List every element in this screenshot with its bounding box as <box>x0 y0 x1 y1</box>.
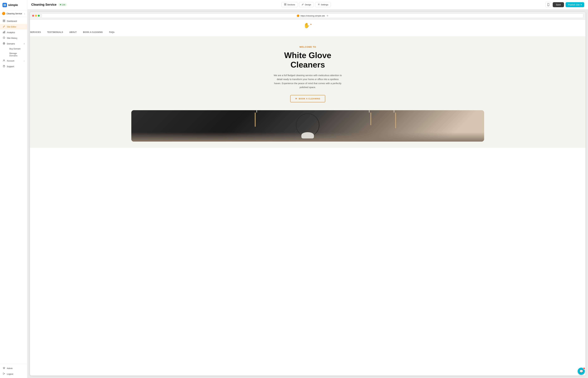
sidebar-item-dashboard[interactable]: Dashboard <box>0 18 27 24</box>
publish-button[interactable]: Publish Site ▾ <box>566 2 584 7</box>
save-button[interactable]: Save <box>553 2 564 7</box>
design-tab-label: Design <box>305 3 311 6</box>
site-nav-book[interactable]: BOOK A CLEANING <box>83 31 103 33</box>
site-favicon-icon: 🟠 <box>2 12 5 15</box>
live-dot-icon <box>60 4 61 5</box>
logout-icon <box>2 373 5 375</box>
design-icon <box>302 3 304 6</box>
svg-rect-4 <box>3 20 4 21</box>
browser-window: 🟠 https://cleaning.siimple.site ⧉ ✋✦ SER <box>30 12 586 376</box>
chat-bubble[interactable]: 💬 <box>578 368 585 375</box>
url-text: https://cleaning.siimple.site <box>301 14 325 17</box>
svg-rect-10 <box>5 31 5 33</box>
svg-point-19 <box>318 4 319 5</box>
domains-icon <box>2 42 5 45</box>
topbar: Cleaning Service Live Sections <box>27 0 588 9</box>
design-tab[interactable]: Design <box>299 2 314 7</box>
site-editor-icon <box>2 25 5 28</box>
admin-label: Admin <box>7 367 13 369</box>
hero-title: White Glove Cleaners <box>36 51 579 69</box>
site-nav-faqs[interactable]: FAQs <box>109 31 115 33</box>
publish-chevron-icon: ▾ <box>581 3 582 6</box>
domains-chevron-icon: ∧ <box>24 43 25 45</box>
svg-rect-16 <box>285 3 286 4</box>
sidebar-item-account[interactable]: Account ⌄ <box>0 58 27 64</box>
page-title: Cleaning Service <box>31 3 56 6</box>
browser-bar: 🟠 https://cleaning.siimple.site ⧉ <box>30 12 586 20</box>
browser-url-bar[interactable]: 🟠 https://cleaning.siimple.site ⧉ <box>41 14 583 18</box>
site-selector[interactable]: 🟠 Cleaning Service ⌄ <box>0 10 27 17</box>
sidebar-logo: siimple <box>0 0 27 10</box>
site-editor-label: Site Editor <box>7 26 16 28</box>
svg-rect-17 <box>284 5 285 5</box>
sidebar-item-analytics[interactable]: Analytics <box>0 29 27 35</box>
chat-icon: 💬 <box>579 369 583 373</box>
support-label: Support <box>7 65 14 68</box>
svg-rect-2 <box>4 5 5 6</box>
svg-rect-0 <box>4 4 5 5</box>
sidebar-item-domains[interactable]: Domains ∧ <box>0 41 27 46</box>
settings-tab-label: Settings <box>321 3 328 6</box>
support-icon <box>2 65 5 68</box>
app-name: siimple <box>8 3 18 7</box>
svg-rect-6 <box>3 21 4 22</box>
dashboard-label: Dashboard <box>7 20 17 22</box>
chat-notification-badge <box>583 367 585 369</box>
site-selector-name: Cleaning Service <box>7 13 22 15</box>
sidebar-item-manage-domains[interactable]: Manage Domains <box>7 51 27 58</box>
svg-point-21 <box>548 5 549 6</box>
svg-rect-3 <box>5 5 6 6</box>
sidebar-item-site-history[interactable]: Site History <box>0 35 27 41</box>
site-nav-about[interactable]: ABOUT <box>69 31 77 33</box>
hero-image-section <box>30 110 586 148</box>
external-link-icon[interactable]: ⧉ <box>327 14 328 17</box>
domains-label: Domains <box>7 42 15 45</box>
topbar-left: Cleaning Service Live <box>31 3 67 6</box>
sidebar-nav: Dashboard Site Editor Analytics <box>0 17 27 364</box>
publish-button-label: Publish Site <box>568 3 580 6</box>
account-icon <box>2 59 5 62</box>
settings-tab[interactable]: Settings <box>315 2 331 7</box>
mobile-preview-button[interactable] <box>546 2 551 8</box>
preview-area: 🟠 https://cleaning.siimple.site ⧉ ✋✦ SER <box>27 9 588 378</box>
hero-cta-label: BOOK A CLEANING <box>299 97 320 100</box>
sidebar-item-admin[interactable]: Admin <box>0 365 27 371</box>
sections-tab[interactable]: Sections <box>281 2 298 7</box>
hero-cta-button[interactable]: ✉ BOOK A CLEANING <box>290 95 325 102</box>
site-preview-content: ✋✦ SERVICES TESTIMONIALS ABOUT BOOK A CL… <box>30 20 586 148</box>
svg-rect-7 <box>4 21 5 22</box>
account-label: Account <box>7 60 14 62</box>
svg-rect-9 <box>4 32 4 33</box>
svg-rect-5 <box>4 20 5 21</box>
sidebar-bottom: Admin Logout <box>0 364 27 378</box>
svg-rect-18 <box>285 5 286 5</box>
minimize-window-button[interactable] <box>35 15 37 17</box>
hero-subtitle: We are a full fledged cleaning service w… <box>273 73 342 89</box>
logout-label: Logout <box>7 373 13 375</box>
svg-rect-15 <box>284 3 285 4</box>
site-logo: ✋✦ <box>30 22 586 28</box>
live-badge: Live <box>58 3 67 6</box>
site-history-label: Site History <box>7 37 17 39</box>
site-nav-services[interactable]: SERVICES <box>30 31 41 33</box>
live-badge-label: Live <box>62 4 65 6</box>
maximize-window-button[interactable] <box>38 15 40 17</box>
account-chevron-icon: ⌄ <box>23 60 25 62</box>
sidebar-item-support[interactable]: Support <box>0 64 27 69</box>
hero-section: WELCOME TO White Glove Cleaners We are a… <box>30 36 586 110</box>
main-content: Cleaning Service Live Sections <box>27 0 588 378</box>
sidebar-item-buy-domain[interactable]: Buy Domain <box>7 46 27 51</box>
hero-welcome-text: WELCOME TO <box>36 46 579 48</box>
admin-icon <box>2 367 5 370</box>
close-window-button[interactable] <box>32 15 34 17</box>
sidebar-item-logout[interactable]: Logout <box>0 371 27 377</box>
topbar-tabs: Sections Design Settings <box>281 2 331 7</box>
site-history-icon <box>2 37 5 40</box>
svg-rect-1 <box>5 4 6 5</box>
dashboard-icon <box>2 20 5 22</box>
site-nav-testimonials[interactable]: TESTIMONIALS <box>47 31 63 33</box>
analytics-label: Analytics <box>7 31 15 34</box>
site-selector-chevron-icon: ⌄ <box>24 13 26 14</box>
mirror-image <box>131 110 484 142</box>
sidebar-item-site-editor[interactable]: Site Editor <box>0 24 27 29</box>
